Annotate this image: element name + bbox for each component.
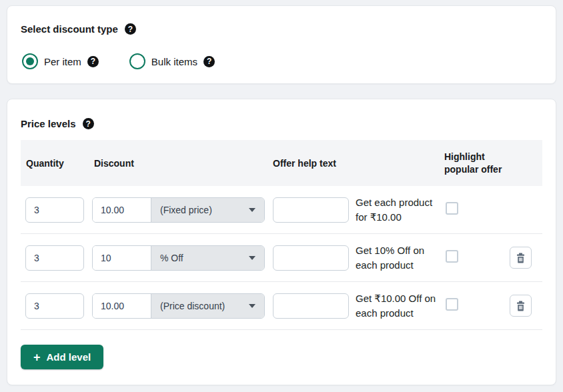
add-level-button-label: Add level — [47, 351, 91, 363]
offer-help-text-cell — [273, 197, 356, 223]
plus-icon: + — [33, 351, 41, 363]
discount-type-options: Per item Bulk items — [21, 53, 542, 69]
price-level-row: (Fixed price) Get each product for ₹10.0… — [21, 186, 542, 234]
actions-cell — [510, 295, 544, 317]
offer-help-text-input[interactable] — [273, 245, 349, 271]
discount-type-title-row: Select discount type — [21, 23, 542, 35]
price-level-rows: (Fixed price) Get each product for ₹10.0… — [21, 186, 542, 330]
discount-type-selected-value: (Price discount) — [160, 301, 225, 311]
price-level-row: % Off Get 10% Off on each product — [21, 234, 542, 282]
price-level-row: (Price discount) Get ₹10.00 Off on each … — [21, 282, 542, 330]
radio-button-icon[interactable] — [22, 53, 38, 69]
column-header-offer-help-text: Offer help text — [273, 158, 356, 169]
price-levels-card: Price levels Quantity Discount Offer hel… — [7, 99, 556, 385]
delete-level-button[interactable] — [510, 295, 532, 317]
column-header-quantity: Quantity — [21, 158, 92, 169]
discount-type-select[interactable]: (Fixed price) — [151, 198, 264, 222]
offer-help-text-cell — [273, 245, 356, 271]
highlight-popular-offer-checkbox[interactable] — [446, 202, 458, 215]
delete-level-button[interactable] — [510, 247, 532, 269]
discount-input-group: (Price discount) — [92, 293, 265, 319]
chevron-down-icon — [249, 208, 255, 212]
price-levels-table: Quantity Discount Offer help text Highli… — [21, 140, 542, 330]
discount-type-card: Select discount type Per item Bulk items — [7, 5, 556, 84]
actions-cell — [510, 247, 544, 269]
discount-type-option[interactable]: Per item — [22, 53, 99, 69]
highlight-popular-offer-checkbox[interactable] — [446, 250, 458, 263]
quantity-input[interactable] — [25, 197, 84, 223]
discount-input-group: (Fixed price) — [92, 197, 265, 223]
help-icon[interactable] — [83, 118, 94, 129]
help-icon[interactable] — [87, 56, 99, 67]
radio-option-label: Bulk items — [151, 56, 197, 67]
discount-type-select[interactable]: (Price discount) — [151, 294, 264, 318]
help-icon[interactable] — [203, 56, 215, 67]
column-header-discount: Discount — [92, 158, 273, 169]
discount-type-selected-value: (Fixed price) — [160, 205, 212, 215]
discount-value-input[interactable] — [93, 246, 151, 270]
quantity-cell — [21, 245, 92, 271]
discount-value-input[interactable] — [93, 198, 151, 222]
column-header-highlight: Highlight popular offer — [444, 151, 510, 176]
offer-help-text-cell — [273, 293, 356, 319]
price-levels-title-row: Price levels — [21, 118, 542, 129]
highlight-cell — [444, 250, 510, 265]
quantity-cell — [21, 197, 92, 223]
quantity-cell — [21, 293, 92, 319]
trash-icon — [516, 253, 526, 263]
offer-help-text-input[interactable] — [273, 197, 349, 223]
add-level-button[interactable]: + Add level — [21, 345, 103, 369]
radio-dot — [26, 57, 34, 65]
highlight-cell — [444, 298, 510, 313]
actions-cell — [510, 199, 544, 221]
discount-cell: (Fixed price) — [92, 197, 273, 223]
discount-type-select[interactable]: % Off — [151, 246, 264, 270]
trash-icon — [516, 301, 526, 311]
radio-option-label: Per item — [44, 56, 81, 67]
radio-button-icon[interactable] — [129, 53, 145, 69]
help-icon[interactable] — [125, 23, 136, 35]
chevron-down-icon — [249, 304, 255, 308]
quantity-input[interactable] — [25, 245, 84, 271]
offer-preview-text: Get each product for ₹10.00 — [356, 195, 444, 225]
table-header-row: Quantity Discount Offer help text Highli… — [21, 140, 542, 186]
quantity-input[interactable] — [25, 293, 84, 319]
discount-type-selected-value: % Off — [160, 253, 183, 263]
discount-cell: (Price discount) — [92, 293, 273, 319]
offer-help-text-input[interactable] — [273, 293, 349, 319]
discount-cell: % Off — [92, 245, 273, 271]
offer-preview-text: Get 10% Off on each product — [356, 243, 444, 273]
chevron-down-icon — [249, 256, 255, 260]
highlight-cell — [444, 202, 510, 217]
discount-type-title: Select discount type — [21, 23, 118, 35]
discount-type-option[interactable]: Bulk items — [129, 53, 215, 69]
offer-preview-text: Get ₹10.00 Off on each product — [356, 291, 444, 321]
discount-value-input[interactable] — [93, 294, 151, 318]
discount-input-group: % Off — [92, 245, 265, 271]
price-levels-title: Price levels — [21, 118, 76, 129]
highlight-popular-offer-checkbox[interactable] — [446, 298, 458, 311]
